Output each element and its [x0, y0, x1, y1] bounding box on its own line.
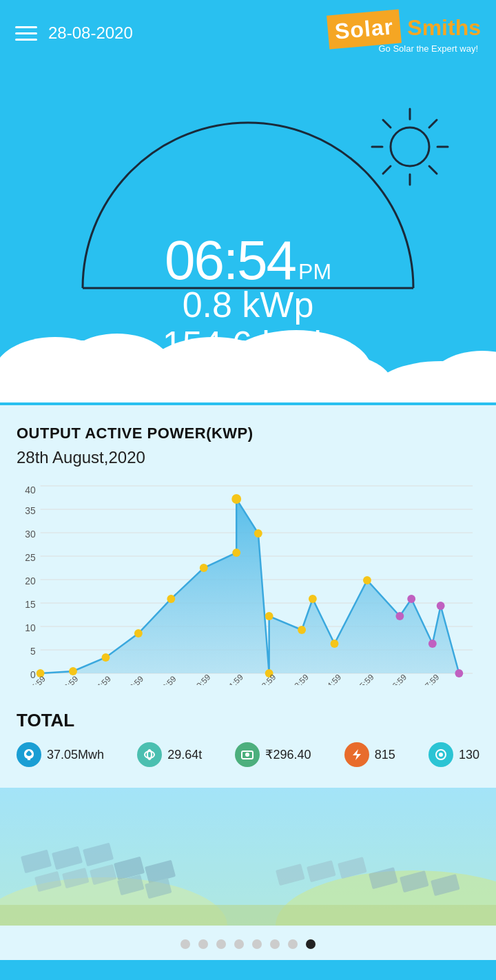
- svg-rect-20: [0, 389, 496, 402]
- svg-point-1: [391, 127, 429, 166]
- content-area: OUTPUT ACTIVE POWER(KWP) 28th August,202…: [0, 405, 496, 788]
- svg-point-44: [200, 564, 208, 572]
- svg-point-56: [428, 640, 437, 648]
- svg-point-50: [298, 626, 306, 634]
- dot-1[interactable]: [180, 939, 190, 949]
- stat-money: ₹296.40: [235, 742, 311, 767]
- stat-energy: 37.05Mwh: [17, 742, 104, 767]
- dot-8-active[interactable]: [306, 939, 316, 949]
- svg-point-43: [167, 595, 175, 603]
- total-stats: 37.05Mwh 29.64t ₹296.4: [17, 742, 479, 767]
- menu-button[interactable]: [15, 26, 37, 41]
- svg-point-51: [309, 595, 317, 603]
- svg-point-47: [254, 529, 262, 538]
- svg-text:10: 10: [25, 622, 36, 633]
- svg-point-54: [395, 612, 404, 620]
- chart-container: 0 5 10 15 20 25 30 35 40: [17, 478, 479, 685]
- stat-bolt: 815: [344, 742, 395, 767]
- dot-3[interactable]: [216, 939, 226, 949]
- total-label: TOTAL: [17, 710, 479, 731]
- landscape-svg: [0, 788, 496, 926]
- svg-point-53: [363, 576, 371, 584]
- svg-text:8:59: 8:59: [127, 674, 145, 685]
- sun-container: [365, 102, 455, 194]
- stat-circle: 130: [428, 742, 479, 767]
- logo-tagline: Go Solar the Expert way!: [378, 43, 478, 54]
- page-dots: [0, 926, 496, 960]
- svg-point-41: [102, 653, 110, 662]
- svg-text:14:59: 14:59: [322, 672, 343, 685]
- header-left: 28-08-2020: [15, 23, 133, 43]
- dot-2[interactable]: [198, 939, 208, 949]
- svg-text:20: 20: [25, 575, 36, 586]
- header-date: 28-08-2020: [48, 23, 133, 43]
- svg-text:40: 40: [25, 484, 36, 496]
- svg-text:5: 5: [30, 646, 36, 657]
- svg-line-7: [429, 166, 437, 174]
- svg-text:30: 30: [25, 529, 36, 540]
- svg-text:10:59: 10:59: [192, 672, 213, 685]
- svg-line-9: [383, 166, 391, 174]
- clouds-svg: [0, 292, 496, 402]
- svg-text:15:59: 15:59: [355, 672, 376, 685]
- svg-text:13:59: 13:59: [289, 672, 311, 685]
- svg-point-78: [439, 753, 443, 757]
- dot-4[interactable]: [234, 939, 244, 949]
- svg-text:0: 0: [30, 669, 36, 680]
- logo-box: Solar: [327, 10, 402, 50]
- circle-icon: [428, 742, 453, 767]
- chart-title: OUTPUT ACTIVE POWER(KWP): [17, 425, 479, 442]
- logo-top-row: Solar Smiths: [328, 12, 481, 43]
- svg-text:16:59: 16:59: [387, 672, 409, 685]
- svg-text:25: 25: [25, 552, 36, 563]
- svg-point-75: [245, 753, 249, 757]
- svg-text:7:59: 7:59: [95, 674, 113, 685]
- svg-point-58: [455, 669, 463, 677]
- sun-icon: [365, 102, 455, 192]
- stat-energy-value: 37.05Mwh: [47, 748, 104, 762]
- svg-text:35: 35: [25, 505, 36, 516]
- dot-5[interactable]: [252, 939, 262, 949]
- logo-area: Solar Smiths Go Solar the Expert way!: [328, 12, 481, 54]
- dot-7[interactable]: [288, 939, 298, 949]
- svg-point-52: [331, 640, 339, 648]
- money-icon: [235, 742, 260, 767]
- svg-text:17:59: 17:59: [420, 672, 442, 685]
- svg-line-6: [383, 120, 391, 127]
- landscape-area: [0, 788, 496, 926]
- svg-point-46: [231, 494, 241, 504]
- app-header: 28-08-2020 Solar Smiths Go Solar the Exp…: [0, 0, 496, 61]
- stat-circle-value: 130: [459, 748, 479, 762]
- svg-line-8: [429, 120, 437, 127]
- svg-point-55: [407, 595, 415, 603]
- svg-text:11:59: 11:59: [224, 672, 245, 685]
- svg-point-57: [437, 602, 445, 610]
- logo-smiths: Smiths: [407, 15, 481, 41]
- stat-co2-value: 29.64t: [167, 748, 202, 762]
- svg-point-42: [134, 629, 143, 637]
- power-chart: 0 5 10 15 20 25 30 35 40: [17, 478, 479, 685]
- sky-area: 06:54 PM 0.8 kWp 154.6 kWh: [0, 61, 496, 405]
- svg-point-45: [232, 549, 240, 557]
- stat-bolt-value: 815: [375, 748, 395, 762]
- svg-point-72: [145, 751, 154, 758]
- bolt-icon: [344, 742, 369, 767]
- svg-text:6:59: 6:59: [62, 674, 80, 685]
- stat-co2: 29.64t: [137, 742, 202, 767]
- svg-text:15: 15: [25, 599, 36, 610]
- logo-solar: Solar: [334, 14, 395, 43]
- clouds-bottom: [0, 292, 496, 405]
- time-display: 06:54 PM: [165, 233, 331, 288]
- dot-6[interactable]: [270, 939, 280, 949]
- svg-text:9:59: 9:59: [160, 674, 178, 685]
- co2-icon: [137, 742, 162, 767]
- svg-point-49: [265, 612, 273, 620]
- svg-rect-98: [0, 905, 496, 926]
- svg-marker-76: [353, 749, 361, 760]
- energy-icon: [17, 742, 41, 767]
- clock-time: 06:54: [165, 233, 296, 288]
- total-section: TOTAL 37.05Mwh 29.64t: [17, 699, 479, 774]
- stat-money-value: ₹296.40: [265, 747, 311, 762]
- clock-ampm: PM: [298, 259, 331, 285]
- chart-date: 28th August,2020: [17, 448, 479, 467]
